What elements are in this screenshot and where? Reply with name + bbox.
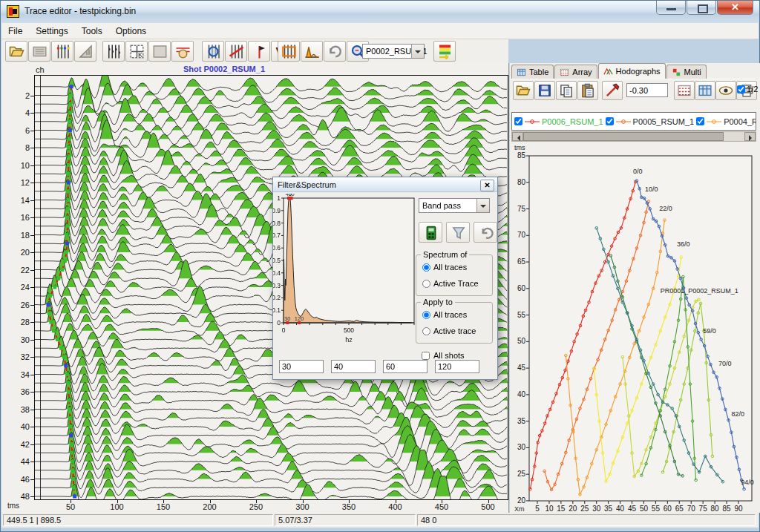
table-view-button[interactable] — [695, 81, 715, 100]
flag-pick-button[interactable] — [248, 41, 270, 62]
legend-marker-icon — [524, 118, 540, 125]
undo-button[interactable] — [324, 41, 346, 62]
hodograph-x-tick: 40 — [616, 505, 625, 513]
maximize-button[interactable] — [687, 1, 716, 15]
pick-hand-button[interactable] — [171, 41, 194, 62]
tab-multi[interactable]: Multi — [666, 65, 707, 79]
close-button[interactable] — [717, 1, 753, 15]
band-freq-1-input[interactable] — [279, 360, 324, 373]
hodograph-x-tick: 85 — [722, 505, 731, 513]
delete-picks-button[interactable] — [225, 41, 247, 62]
tab-array[interactable]: Array — [554, 65, 597, 79]
undo-filter-button[interactable] — [474, 222, 497, 243]
legend-item[interactable]: P0005_RSUM_1 — [606, 117, 695, 126]
picks-display-button[interactable] — [51, 41, 73, 62]
apply-active-trace-text: Active trace — [433, 326, 476, 335]
color-stripes-button[interactable] — [433, 41, 456, 62]
dialog-title[interactable]: Filter&Spectrum — [273, 177, 497, 192]
pick-hammer-button[interactable] — [602, 81, 623, 100]
hodograph-chart[interactable]: tms8580757065605550454035302520510152025… — [510, 143, 760, 523]
legend-label: P0005_RSUM_1 — [633, 117, 695, 126]
array-grid-button[interactable] — [674, 81, 695, 100]
dropdown-arrow-icon[interactable] — [476, 199, 489, 212]
spectrum-y-tick: 1 — [277, 194, 281, 202]
half-scale-checkbox[interactable]: 1/2 — [737, 85, 758, 93]
channel-label: 34 — [10, 370, 30, 379]
section-button[interactable] — [148, 41, 171, 62]
zoom-traces-button[interactable] — [202, 41, 224, 62]
spectrum-all-traces-radio[interactable]: All traces — [422, 263, 467, 272]
app-icon — [7, 5, 19, 18]
svg-text:K: K — [138, 51, 142, 59]
apply-all-traces-input[interactable] — [422, 311, 430, 319]
spectrum-y-tick: 0.1 — [273, 306, 281, 314]
apply-filter-button[interactable] — [419, 222, 442, 243]
dialog-close-button[interactable]: ✕ — [480, 180, 494, 191]
apply-active-trace-input[interactable] — [422, 327, 430, 335]
channel-label: 32 — [10, 352, 30, 361]
legend-item[interactable]: P0006_RSUM_1 — [514, 117, 603, 126]
legend-scrollbar[interactable] — [511, 131, 756, 142]
all-shots-checkbox[interactable]: All shots — [422, 351, 465, 360]
copy-button[interactable] — [556, 81, 577, 100]
channel-axis-label: ch — [36, 65, 45, 74]
title-bar: Trace editor - testpicking.bin — [1, 1, 759, 23]
legend-checkbox[interactable] — [606, 117, 614, 125]
tab-label: Hodographs — [616, 67, 661, 76]
menu-item-tools[interactable]: Tools — [75, 24, 109, 38]
menu-bar: FileSettingsToolsOptions — [1, 23, 759, 39]
shift-value-input[interactable] — [626, 83, 668, 97]
legend-checkbox[interactable] — [514, 117, 522, 125]
all-shots-text: All shots — [433, 351, 465, 360]
band-traces-icon — [281, 44, 297, 59]
apply-all-traces-radio[interactable]: All traces — [422, 310, 467, 319]
menu-item-options[interactable]: Options — [109, 24, 153, 38]
spectrum-chart: 10.90.80.70.60.50.40.30.20.100500hz30120… — [273, 194, 422, 357]
time-tick-label: 50 — [56, 502, 85, 511]
spectrum-active-trace-input[interactable] — [422, 280, 430, 288]
shot-selector-dropdown[interactable]: P0002_RSUM_1 — [362, 44, 425, 59]
scrollbar-thumb[interactable] — [523, 132, 724, 141]
filter-funnel-button[interactable] — [446, 222, 470, 243]
tab-label: Array — [572, 68, 592, 76]
save-button[interactable] — [534, 81, 555, 100]
spectrum-button[interactable] — [301, 41, 323, 62]
band-traces-button[interactable] — [278, 41, 300, 62]
spectrum-y-tick: 0 — [277, 319, 281, 326]
minimize-button[interactable] — [656, 1, 686, 15]
all-shots-input[interactable] — [422, 352, 430, 360]
open-file-button[interactable] — [513, 81, 534, 100]
menu-item-file[interactable]: File — [1, 24, 29, 38]
channel-label: 8 — [10, 143, 30, 152]
legend-item[interactable]: P0004_RSUM_1 — [696, 117, 756, 126]
tab-label: Multi — [684, 68, 701, 76]
legend-checkbox[interactable] — [696, 117, 704, 125]
trace-header-button[interactable] — [28, 41, 50, 62]
tab-table[interactable]: Table — [511, 65, 554, 79]
ruler-button[interactable] — [74, 41, 96, 62]
crosshair-k-button[interactable]: K — [125, 41, 148, 62]
filter-type-dropdown[interactable]: Band pass — [419, 198, 490, 213]
spectrum-active-trace-radio[interactable]: Active Trace — [422, 279, 479, 288]
band-freq-3-input[interactable] — [383, 360, 428, 373]
calculator-icon — [424, 226, 439, 240]
save-icon — [537, 83, 552, 98]
curve-annotation: 36/0 — [677, 240, 690, 248]
open-file-button[interactable] — [5, 41, 27, 62]
band-freq-2-input[interactable] — [331, 360, 376, 373]
band-freq-4-input[interactable] — [435, 360, 479, 373]
scroll-right-arrow[interactable] — [744, 132, 756, 141]
menu-item-settings[interactable]: Settings — [29, 24, 74, 38]
time-axis-label: tms — [7, 502, 19, 510]
apply-active-trace-radio[interactable]: Active trace — [422, 326, 476, 335]
eye-button[interactable] — [715, 81, 736, 100]
tab-hodographs[interactable]: Hodographs — [598, 63, 666, 79]
shot-selector-arrow-icon[interactable] — [411, 45, 424, 58]
half-scale-input[interactable] — [737, 85, 745, 93]
paste-button[interactable] — [577, 81, 598, 100]
traces-button[interactable] — [102, 41, 125, 62]
scroll-left-arrow[interactable] — [512, 132, 523, 141]
hodograph-y-tick: 40 — [517, 390, 526, 398]
spectrum-all-traces-input[interactable] — [422, 263, 430, 272]
hodograph-x-tick: 90 — [734, 505, 743, 513]
